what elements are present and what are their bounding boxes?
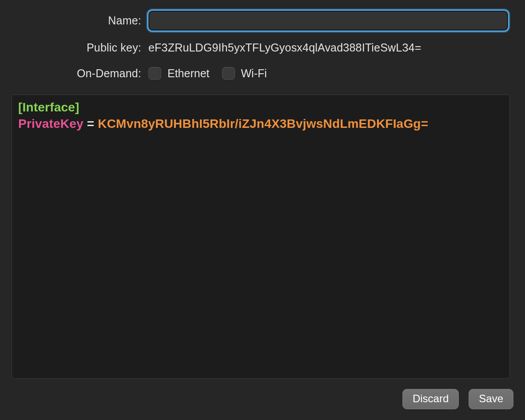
name-field: [148, 11, 513, 31]
name-label: Name:: [12, 14, 141, 27]
config-editor[interactable]: [Interface] PrivateKey = KCMvn8yRUHBhI5R…: [12, 95, 510, 379]
name-input[interactable]: [148, 11, 508, 31]
on-demand-wifi-label: Wi-Fi: [241, 67, 267, 80]
tunnel-form: Name: Public key: eF3ZRuLDG9Ih5yxTFLyGyo…: [12, 11, 513, 82]
tunnel-edit-sheet: Name: Public key: eF3ZRuLDG9Ih5yxTFLyGyo…: [0, 0, 525, 420]
save-button[interactable]: Save: [469, 389, 513, 409]
discard-button[interactable]: Discard: [402, 389, 459, 409]
on-demand-ethernet-checkbox[interactable]: [148, 67, 161, 80]
dialog-footer: Discard Save: [402, 389, 513, 409]
public-key-value: eF3ZRuLDG9Ih5yxTFLyGyosx4qlAvad388ITieSw…: [148, 41, 421, 54]
public-key-field: eF3ZRuLDG9Ih5yxTFLyGyosx4qlAvad388ITieSw…: [148, 39, 513, 56]
editor-section-token: [Interface]: [18, 100, 80, 114]
on-demand-label: On-Demand:: [12, 67, 141, 80]
editor-equals-token: =: [84, 117, 98, 131]
on-demand-ethernet-option: Ethernet: [148, 67, 210, 80]
editor-value-token: KCMvn8yRUHBhI5RbIr/iZJn4X3BvjwsNdLmEDKFI…: [98, 117, 428, 131]
on-demand-ethernet-label: Ethernet: [167, 67, 210, 80]
on-demand-field: Ethernet Wi-Fi: [148, 64, 513, 82]
on-demand-wifi-option: Wi-Fi: [222, 67, 267, 80]
editor-key-token: PrivateKey: [18, 117, 84, 131]
on-demand-wifi-checkbox[interactable]: [222, 67, 235, 80]
public-key-label: Public key:: [12, 41, 141, 54]
